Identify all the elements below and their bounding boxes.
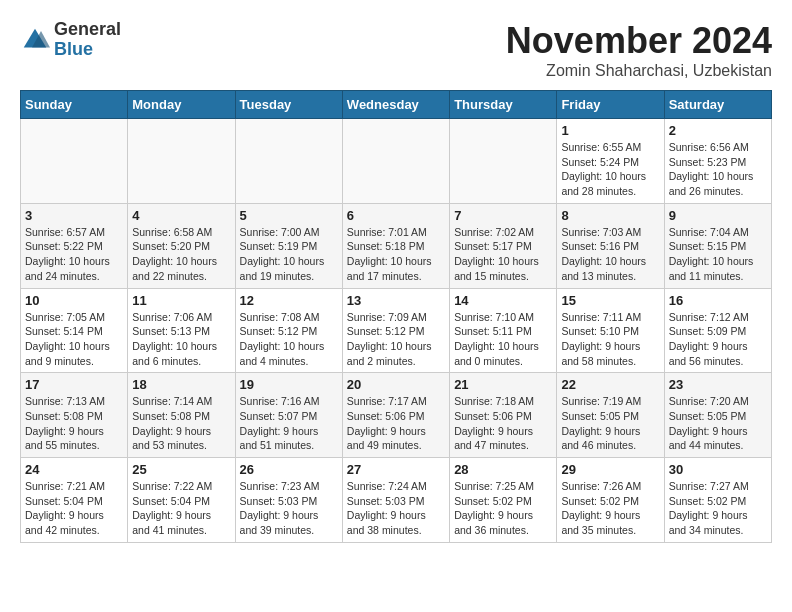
calendar-cell bbox=[342, 119, 449, 204]
day-number: 6 bbox=[347, 208, 445, 223]
day-info: Sunrise: 7:05 AM Sunset: 5:14 PM Dayligh… bbox=[25, 310, 123, 369]
month-title: November 2024 bbox=[506, 20, 772, 62]
day-info: Sunrise: 7:00 AM Sunset: 5:19 PM Dayligh… bbox=[240, 225, 338, 284]
calendar-cell: 21Sunrise: 7:18 AM Sunset: 5:06 PM Dayli… bbox=[450, 373, 557, 458]
logo: General Blue bbox=[20, 20, 121, 60]
day-info: Sunrise: 7:13 AM Sunset: 5:08 PM Dayligh… bbox=[25, 394, 123, 453]
weekday-header: Thursday bbox=[450, 91, 557, 119]
calendar-cell bbox=[450, 119, 557, 204]
calendar-week-row: 3Sunrise: 6:57 AM Sunset: 5:22 PM Daylig… bbox=[21, 203, 772, 288]
day-number: 17 bbox=[25, 377, 123, 392]
calendar-cell: 24Sunrise: 7:21 AM Sunset: 5:04 PM Dayli… bbox=[21, 458, 128, 543]
day-info: Sunrise: 7:06 AM Sunset: 5:13 PM Dayligh… bbox=[132, 310, 230, 369]
calendar-cell: 17Sunrise: 7:13 AM Sunset: 5:08 PM Dayli… bbox=[21, 373, 128, 458]
calendar-cell: 9Sunrise: 7:04 AM Sunset: 5:15 PM Daylig… bbox=[664, 203, 771, 288]
calendar-cell: 10Sunrise: 7:05 AM Sunset: 5:14 PM Dayli… bbox=[21, 288, 128, 373]
calendar-cell: 12Sunrise: 7:08 AM Sunset: 5:12 PM Dayli… bbox=[235, 288, 342, 373]
day-info: Sunrise: 7:03 AM Sunset: 5:16 PM Dayligh… bbox=[561, 225, 659, 284]
calendar-cell: 14Sunrise: 7:10 AM Sunset: 5:11 PM Dayli… bbox=[450, 288, 557, 373]
day-number: 24 bbox=[25, 462, 123, 477]
day-number: 28 bbox=[454, 462, 552, 477]
calendar-cell: 19Sunrise: 7:16 AM Sunset: 5:07 PM Dayli… bbox=[235, 373, 342, 458]
day-number: 3 bbox=[25, 208, 123, 223]
calendar-table: SundayMondayTuesdayWednesdayThursdayFrid… bbox=[20, 90, 772, 543]
weekday-header: Sunday bbox=[21, 91, 128, 119]
day-number: 18 bbox=[132, 377, 230, 392]
header: General Blue November 2024 Zomin Shaharc… bbox=[20, 20, 772, 80]
day-number: 1 bbox=[561, 123, 659, 138]
weekday-header: Wednesday bbox=[342, 91, 449, 119]
day-number: 19 bbox=[240, 377, 338, 392]
day-number: 13 bbox=[347, 293, 445, 308]
calendar-cell: 28Sunrise: 7:25 AM Sunset: 5:02 PM Dayli… bbox=[450, 458, 557, 543]
logo-icon bbox=[20, 25, 50, 55]
day-info: Sunrise: 7:24 AM Sunset: 5:03 PM Dayligh… bbox=[347, 479, 445, 538]
calendar-cell: 29Sunrise: 7:26 AM Sunset: 5:02 PM Dayli… bbox=[557, 458, 664, 543]
calendar-cell: 20Sunrise: 7:17 AM Sunset: 5:06 PM Dayli… bbox=[342, 373, 449, 458]
calendar-cell: 25Sunrise: 7:22 AM Sunset: 5:04 PM Dayli… bbox=[128, 458, 235, 543]
calendar-cell: 5Sunrise: 7:00 AM Sunset: 5:19 PM Daylig… bbox=[235, 203, 342, 288]
day-info: Sunrise: 6:56 AM Sunset: 5:23 PM Dayligh… bbox=[669, 140, 767, 199]
calendar-cell: 6Sunrise: 7:01 AM Sunset: 5:18 PM Daylig… bbox=[342, 203, 449, 288]
day-number: 8 bbox=[561, 208, 659, 223]
calendar-cell bbox=[235, 119, 342, 204]
day-number: 27 bbox=[347, 462, 445, 477]
day-info: Sunrise: 7:02 AM Sunset: 5:17 PM Dayligh… bbox=[454, 225, 552, 284]
day-number: 30 bbox=[669, 462, 767, 477]
day-info: Sunrise: 6:58 AM Sunset: 5:20 PM Dayligh… bbox=[132, 225, 230, 284]
calendar-cell: 27Sunrise: 7:24 AM Sunset: 5:03 PM Dayli… bbox=[342, 458, 449, 543]
weekday-header: Monday bbox=[128, 91, 235, 119]
day-info: Sunrise: 7:16 AM Sunset: 5:07 PM Dayligh… bbox=[240, 394, 338, 453]
day-info: Sunrise: 7:26 AM Sunset: 5:02 PM Dayligh… bbox=[561, 479, 659, 538]
day-info: Sunrise: 7:12 AM Sunset: 5:09 PM Dayligh… bbox=[669, 310, 767, 369]
day-number: 14 bbox=[454, 293, 552, 308]
calendar-cell: 15Sunrise: 7:11 AM Sunset: 5:10 PM Dayli… bbox=[557, 288, 664, 373]
weekday-header: Friday bbox=[557, 91, 664, 119]
day-info: Sunrise: 7:27 AM Sunset: 5:02 PM Dayligh… bbox=[669, 479, 767, 538]
day-number: 2 bbox=[669, 123, 767, 138]
day-info: Sunrise: 7:09 AM Sunset: 5:12 PM Dayligh… bbox=[347, 310, 445, 369]
day-info: Sunrise: 7:14 AM Sunset: 5:08 PM Dayligh… bbox=[132, 394, 230, 453]
calendar-cell: 1Sunrise: 6:55 AM Sunset: 5:24 PM Daylig… bbox=[557, 119, 664, 204]
day-info: Sunrise: 7:17 AM Sunset: 5:06 PM Dayligh… bbox=[347, 394, 445, 453]
day-number: 21 bbox=[454, 377, 552, 392]
day-number: 11 bbox=[132, 293, 230, 308]
logo-blue-text: Blue bbox=[54, 40, 121, 60]
day-info: Sunrise: 6:57 AM Sunset: 5:22 PM Dayligh… bbox=[25, 225, 123, 284]
day-info: Sunrise: 7:04 AM Sunset: 5:15 PM Dayligh… bbox=[669, 225, 767, 284]
calendar-cell: 4Sunrise: 6:58 AM Sunset: 5:20 PM Daylig… bbox=[128, 203, 235, 288]
calendar-week-row: 17Sunrise: 7:13 AM Sunset: 5:08 PM Dayli… bbox=[21, 373, 772, 458]
weekday-header: Tuesday bbox=[235, 91, 342, 119]
calendar-cell: 13Sunrise: 7:09 AM Sunset: 5:12 PM Dayli… bbox=[342, 288, 449, 373]
day-info: Sunrise: 7:19 AM Sunset: 5:05 PM Dayligh… bbox=[561, 394, 659, 453]
day-number: 20 bbox=[347, 377, 445, 392]
calendar-cell: 22Sunrise: 7:19 AM Sunset: 5:05 PM Dayli… bbox=[557, 373, 664, 458]
day-info: Sunrise: 7:11 AM Sunset: 5:10 PM Dayligh… bbox=[561, 310, 659, 369]
day-number: 15 bbox=[561, 293, 659, 308]
day-number: 7 bbox=[454, 208, 552, 223]
calendar-cell: 23Sunrise: 7:20 AM Sunset: 5:05 PM Dayli… bbox=[664, 373, 771, 458]
calendar-week-row: 24Sunrise: 7:21 AM Sunset: 5:04 PM Dayli… bbox=[21, 458, 772, 543]
day-info: Sunrise: 7:08 AM Sunset: 5:12 PM Dayligh… bbox=[240, 310, 338, 369]
calendar-cell bbox=[21, 119, 128, 204]
logo-text: General Blue bbox=[54, 20, 121, 60]
calendar-cell: 2Sunrise: 6:56 AM Sunset: 5:23 PM Daylig… bbox=[664, 119, 771, 204]
day-info: Sunrise: 7:10 AM Sunset: 5:11 PM Dayligh… bbox=[454, 310, 552, 369]
day-number: 4 bbox=[132, 208, 230, 223]
day-number: 5 bbox=[240, 208, 338, 223]
calendar-week-row: 1Sunrise: 6:55 AM Sunset: 5:24 PM Daylig… bbox=[21, 119, 772, 204]
day-number: 10 bbox=[25, 293, 123, 308]
calendar-cell: 30Sunrise: 7:27 AM Sunset: 5:02 PM Dayli… bbox=[664, 458, 771, 543]
calendar-cell: 3Sunrise: 6:57 AM Sunset: 5:22 PM Daylig… bbox=[21, 203, 128, 288]
calendar-cell bbox=[128, 119, 235, 204]
calendar-cell: 8Sunrise: 7:03 AM Sunset: 5:16 PM Daylig… bbox=[557, 203, 664, 288]
day-info: Sunrise: 6:55 AM Sunset: 5:24 PM Dayligh… bbox=[561, 140, 659, 199]
calendar-header-row: SundayMondayTuesdayWednesdayThursdayFrid… bbox=[21, 91, 772, 119]
day-info: Sunrise: 7:22 AM Sunset: 5:04 PM Dayligh… bbox=[132, 479, 230, 538]
day-info: Sunrise: 7:20 AM Sunset: 5:05 PM Dayligh… bbox=[669, 394, 767, 453]
day-number: 12 bbox=[240, 293, 338, 308]
calendar-cell: 18Sunrise: 7:14 AM Sunset: 5:08 PM Dayli… bbox=[128, 373, 235, 458]
day-number: 25 bbox=[132, 462, 230, 477]
day-number: 22 bbox=[561, 377, 659, 392]
day-info: Sunrise: 7:25 AM Sunset: 5:02 PM Dayligh… bbox=[454, 479, 552, 538]
